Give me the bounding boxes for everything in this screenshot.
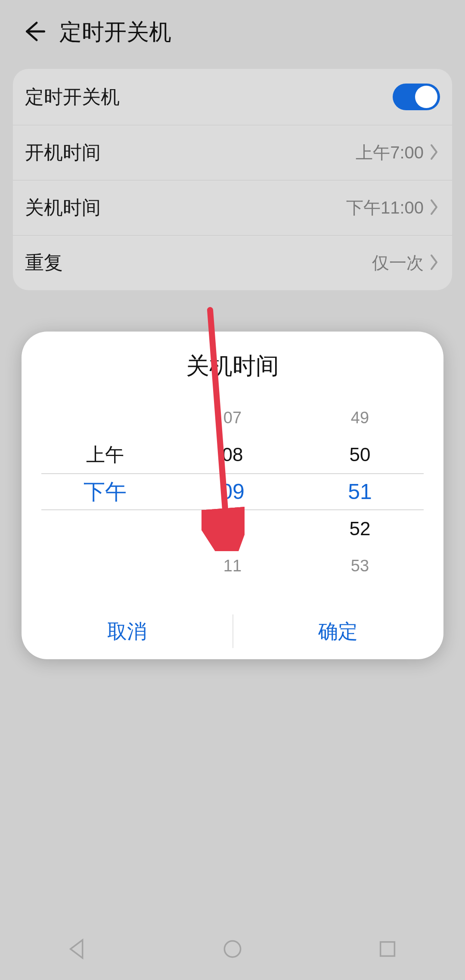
picker-item: 11: [169, 547, 296, 584]
picker-item: 08: [169, 436, 296, 473]
toggle-label: 定时开关机: [25, 84, 120, 110]
picker-item: 10: [169, 510, 296, 547]
picker-item: 53: [296, 547, 424, 584]
picker-item: 52: [296, 510, 424, 547]
minute-column[interactable]: 49 50 51 52 53: [296, 399, 424, 584]
settings-card: 定时开关机 开机时间 上午7:00 关机时间 下午11:00 重复 仅一次: [13, 69, 452, 290]
ampm-column[interactable]: 上午 下午: [41, 399, 169, 584]
row-label: 重复: [25, 250, 63, 276]
hour-column[interactable]: 07 08 09 10 11: [169, 399, 296, 584]
schedule-toggle[interactable]: [393, 84, 440, 110]
time-picker-modal: 关机时间 上午 下午 07 08 09 10 11 49 50 51 52 53…: [22, 332, 443, 659]
svg-point-3: [224, 941, 240, 957]
chevron-right-icon: [428, 143, 440, 162]
svg-marker-2: [71, 940, 83, 958]
picker-item: 上午: [41, 436, 169, 473]
picker-item-selected: 09: [169, 473, 296, 510]
confirm-button[interactable]: 确定: [232, 603, 443, 659]
repeat-row[interactable]: 重复 仅一次: [13, 236, 452, 290]
row-value: 上午7:00: [356, 141, 424, 164]
svg-rect-4: [381, 942, 395, 956]
app-header: 定时开关机: [0, 0, 465, 60]
modal-buttons: 取消 确定: [22, 603, 443, 659]
modal-title: 关机时间: [22, 350, 443, 382]
time-picker: 上午 下午 07 08 09 10 11 49 50 51 52 53: [22, 399, 443, 584]
nav-recent-icon[interactable]: [375, 937, 400, 963]
page-title: 定时开关机: [59, 17, 171, 47]
back-icon[interactable]: [22, 19, 47, 46]
picker-item-selected: 51: [296, 473, 424, 510]
chevron-right-icon: [428, 254, 440, 273]
poweron-time-row[interactable]: 开机时间 上午7:00: [13, 125, 452, 180]
row-value: 下午11:00: [346, 196, 424, 220]
poweroff-time-row[interactable]: 关机时间 下午11:00: [13, 180, 452, 236]
picker-item: 50: [296, 436, 424, 473]
picker-item: 49: [296, 399, 424, 436]
picker-item-selected: 下午: [41, 473, 169, 510]
nav-back-icon[interactable]: [65, 937, 90, 963]
chevron-right-icon: [428, 198, 440, 217]
picker-item: 07: [169, 399, 296, 436]
row-value: 仅一次: [372, 251, 424, 275]
toggle-row: 定时开关机: [13, 69, 452, 125]
row-label: 开机时间: [25, 140, 101, 165]
cancel-button[interactable]: 取消: [22, 603, 232, 659]
nav-home-icon[interactable]: [220, 937, 245, 963]
system-navbar: [0, 920, 465, 980]
row-label: 关机时间: [25, 195, 101, 220]
